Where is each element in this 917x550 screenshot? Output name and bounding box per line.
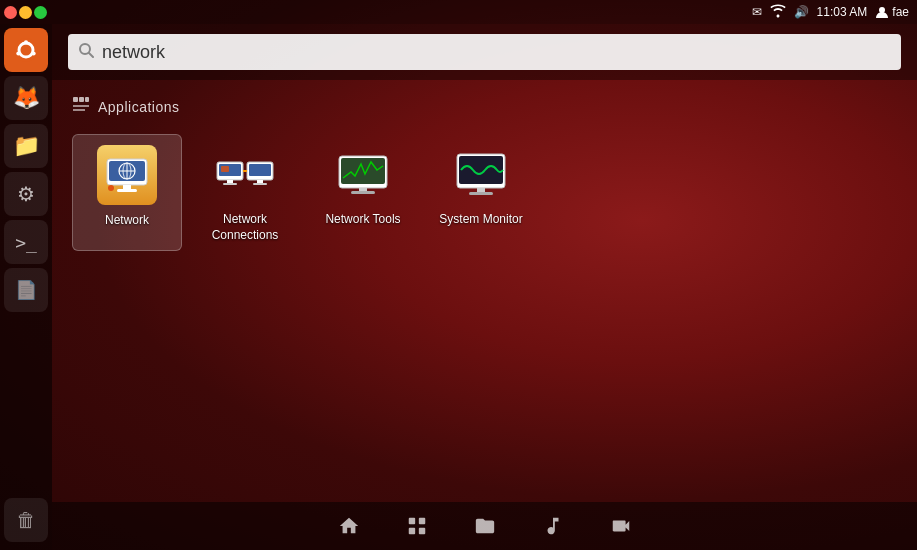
section-title: Applications (98, 99, 180, 115)
firefox-icon: 🦊 (13, 85, 40, 111)
maximize-button[interactable] (34, 6, 47, 19)
close-button[interactable] (4, 6, 17, 19)
svg-point-22 (108, 185, 114, 191)
network-connections-icon-wrap (213, 142, 277, 206)
top-bar-right: ✉ 🔊 11:03 AM fae (752, 4, 909, 21)
svg-rect-26 (223, 183, 237, 185)
svg-rect-10 (85, 97, 89, 102)
svg-rect-41 (408, 518, 414, 524)
launcher-item-files[interactable]: 📁 (4, 124, 48, 168)
top-bar: ✉ 🔊 11:03 AM fae (0, 0, 917, 24)
system-monitor-icon-wrap (449, 142, 513, 206)
launcher-item-texteditor[interactable]: 📄 (4, 268, 48, 312)
trash-icon: 🗑 (16, 509, 36, 532)
svg-rect-21 (117, 189, 137, 192)
search-box (68, 34, 901, 70)
settings-icon: ⚙ (17, 182, 35, 206)
launcher-item-trash[interactable]: 🗑 (4, 498, 48, 542)
time-display: 11:03 AM (817, 5, 868, 19)
app-label-network-tools: Network Tools (325, 212, 400, 228)
svg-rect-43 (408, 528, 414, 534)
svg-rect-9 (79, 97, 84, 102)
user-display[interactable]: fae (875, 5, 909, 19)
window-controls (0, 6, 47, 19)
app-item-network[interactable]: Network (72, 134, 182, 251)
svg-rect-32 (221, 166, 229, 172)
bottom-btn-apps[interactable] (399, 508, 435, 544)
svg-rect-44 (418, 528, 424, 534)
svg-line-7 (89, 53, 93, 57)
applications-icon (72, 96, 90, 118)
texteditor-icon: 📄 (15, 279, 37, 301)
system-monitor-app-icon (451, 144, 511, 204)
svg-rect-28 (249, 164, 271, 176)
network-app-icon (97, 145, 157, 205)
launcher: 🦊 📁 ⚙ >_ 📄 🗑 (0, 24, 52, 550)
launcher-item-settings[interactable]: ⚙ (4, 172, 48, 216)
main-content: Applications (52, 80, 917, 502)
svg-rect-36 (351, 191, 375, 194)
bottom-btn-home[interactable] (331, 508, 367, 544)
email-icon[interactable]: ✉ (752, 5, 762, 19)
svg-rect-8 (73, 97, 78, 102)
svg-point-5 (16, 51, 20, 55)
volume-icon[interactable]: 🔊 (794, 5, 809, 19)
svg-point-4 (31, 51, 35, 55)
svg-point-3 (24, 40, 28, 44)
app-label-network: Network (105, 213, 149, 229)
app-item-network-tools[interactable]: Network Tools (308, 134, 418, 251)
network-icon-wrap (95, 143, 159, 207)
bottom-btn-video[interactable] (603, 508, 639, 544)
search-input[interactable] (102, 42, 891, 63)
network-tools-app-icon (333, 144, 393, 204)
svg-rect-30 (253, 183, 267, 185)
network-tools-icon-wrap (331, 142, 395, 206)
bottom-btn-files[interactable] (467, 508, 503, 544)
launcher-item-terminal[interactable]: >_ (4, 220, 48, 264)
search-icon (78, 42, 94, 62)
svg-rect-40 (469, 192, 493, 195)
section-header: Applications (72, 96, 897, 118)
svg-rect-42 (418, 518, 424, 524)
bottom-btn-music[interactable] (535, 508, 571, 544)
network-connections-app-icon (215, 144, 275, 204)
terminal-icon: >_ (15, 232, 37, 253)
app-label-system-monitor: System Monitor (439, 212, 522, 228)
minimize-button[interactable] (19, 6, 32, 19)
launcher-item-firefox[interactable]: 🦊 (4, 76, 48, 120)
wifi-icon[interactable] (770, 4, 786, 21)
app-grid: Network (72, 134, 897, 251)
files-icon: 📁 (13, 133, 40, 159)
app-item-system-monitor[interactable]: System Monitor (426, 134, 536, 251)
search-area (52, 24, 917, 80)
app-item-network-connections[interactable]: Network Connections (190, 134, 300, 251)
bottom-bar (52, 502, 917, 550)
app-label-network-connections: Network Connections (198, 212, 292, 243)
launcher-item-dash[interactable] (4, 28, 48, 72)
